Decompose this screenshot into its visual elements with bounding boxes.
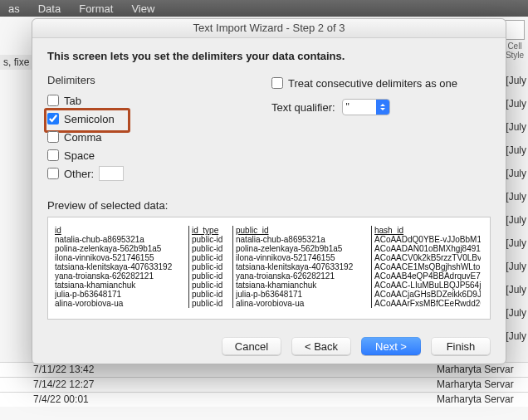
menubar: as Data Format View [0, 0, 528, 17]
delimiter-other-label: Other: [64, 168, 94, 180]
next-button[interactable]: Next > [361, 337, 421, 355]
delimiter-other-checkbox[interactable] [47, 168, 59, 179]
delimiters-label: Delimiters [47, 74, 238, 86]
menubar-item[interactable]: as [8, 2, 20, 15]
finish-button[interactable]: Finish [431, 337, 491, 355]
delimiter-space-row: Space [47, 146, 238, 164]
delimiter-semicolon-label: Semicolon [64, 113, 115, 125]
delimiter-semicolon-row: Semicolon [47, 110, 238, 128]
cell-style-icon [505, 20, 525, 40]
delimiter-other-row: Other: [47, 164, 238, 183]
treat-consecutive-checkbox[interactable] [271, 77, 283, 89]
delimiter-comma-label: Comma [64, 131, 102, 144]
delimiter-tab-checkbox[interactable] [47, 95, 59, 106]
treat-consecutive-label: Treat consecutive delimiters as one [288, 77, 457, 90]
delimiter-tab-row: Tab [47, 91, 238, 110]
preview-column: idnatalia-chub-a8695321apolina-zelenkaya… [55, 226, 189, 308]
cancel-button[interactable]: Cancel [222, 337, 281, 355]
preview-column: id_typepublic-idpublic-idpublic-idpublic… [192, 226, 233, 308]
wizard-title: Text Import Wizard - Step 2 of 3 [32, 19, 506, 38]
table-row[interactable]: 7/14/22 12:27 Marharyta Servar [0, 377, 528, 392]
menubar-item[interactable]: Format [79, 2, 113, 15]
preview-label: Preview of selected data: [47, 199, 491, 212]
wizard-footer: Cancel < Back Next > Finish [32, 337, 506, 355]
menubar-item[interactable]: View [131, 2, 154, 15]
text-qualifier-label: Text qualifier: [271, 101, 335, 114]
preview-column: public_idnatalia-chub-a8695321apolina-ze… [236, 226, 372, 308]
text-qualifier-select[interactable]: " [342, 99, 390, 115]
wizard-heading: This screen lets you set the delimiters … [47, 50, 491, 62]
delimiter-comma-row: Comma [47, 128, 238, 146]
delimiter-space-label: Space [64, 149, 95, 162]
preview-column: hash_idACoAADdQ0YBE-vJJoBbM18XSE7mR_0HiE… [374, 226, 481, 308]
menubar-item[interactable]: Data [38, 2, 61, 15]
delimiter-tab-label: Tab [64, 95, 81, 107]
table-row[interactable]: 7/4/22 00:01 Marharyta Servar [0, 392, 528, 407]
treat-consecutive-row: Treat consecutive delimiters as one [271, 74, 491, 92]
bg-corner-text: s, fixe [0, 55, 32, 70]
preview-box: idnatalia-chub-a8695321apolina-zelenkaya… [47, 217, 491, 320]
back-button[interactable]: < Back [291, 337, 351, 355]
chevron-updown-icon [376, 100, 389, 115]
delimiter-semicolon-checkbox[interactable] [47, 113, 59, 125]
text-import-wizard: Text Import Wizard - Step 2 of 3 This sc… [32, 18, 506, 364]
delimiter-space-checkbox[interactable] [47, 149, 59, 161]
background-rows: 7/11/22 13:42 Marharyta Servar 7/14/22 1… [0, 362, 528, 420]
delimiter-other-input[interactable] [99, 166, 124, 181]
delimiter-comma-checkbox[interactable] [47, 131, 59, 143]
text-qualifier-value: " [343, 101, 376, 113]
